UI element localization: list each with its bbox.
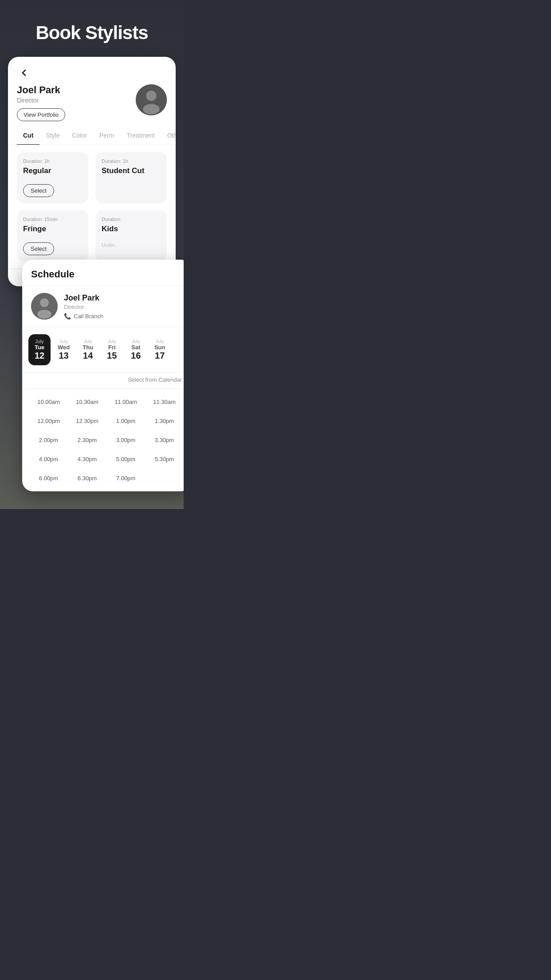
- date-daynum-5: 17: [155, 351, 165, 361]
- service-kids-name: Kids: [102, 225, 161, 233]
- date-dayname-0: Tue: [35, 344, 44, 351]
- select-regular-button[interactable]: Select: [23, 184, 54, 197]
- service-tabs: Cut Style Color Perm Treatment Others: [8, 126, 176, 145]
- select-calendar[interactable]: Select from Calendar: [22, 373, 184, 389]
- stylist-role: Director: [17, 97, 65, 104]
- time-slot[interactable]: 4.00pm: [31, 453, 66, 465]
- service-kids-note: Under...: [102, 242, 161, 248]
- page-background: Book Stylists Joel Park Director View Po…: [0, 0, 184, 509]
- time-slot[interactable]: 1.00pm: [108, 415, 143, 427]
- schedule-stylist-row: Joel Park Director 📞 Call Branch: [22, 286, 184, 327]
- service-student-duration: Duration: 1h: [102, 158, 161, 164]
- time-slot[interactable]: 11.30am: [147, 396, 182, 408]
- service-fringe: Duration: 15min Fringe Select: [17, 210, 88, 261]
- service-kids: Duration: Kids Under...: [95, 210, 167, 261]
- service-regular-name: Regular: [23, 166, 82, 175]
- svg-point-4: [40, 298, 49, 307]
- time-slot[interactable]: 12.30pm: [70, 415, 105, 427]
- date-sat-16[interactable]: July Sat 16: [125, 334, 147, 365]
- service-regular: Duration: 1h Regular Select: [17, 152, 88, 203]
- date-dayname-4: Sat: [131, 344, 140, 351]
- page-title: Book Stylists: [0, 0, 184, 57]
- back-button[interactable]: [17, 66, 31, 80]
- services-row-1: Duration: 1h Regular Select Duration: 1h…: [8, 145, 176, 210]
- time-slot[interactable]: 5.30pm: [147, 453, 182, 465]
- time-slot[interactable]: 10.00am: [31, 396, 66, 408]
- call-branch-label: Call Branch: [74, 313, 103, 320]
- schedule-title: Schedule: [22, 260, 184, 286]
- date-fri-15[interactable]: July Fri 15: [101, 334, 123, 365]
- svg-point-5: [37, 310, 51, 319]
- time-grid: 10.00am10.30am11.00am11.30am12.00pm12.30…: [22, 389, 184, 491]
- date-daynum-0: 12: [35, 351, 44, 361]
- stylist-name: Joel Park: [17, 84, 65, 96]
- stylist-info: Joel Park Director View Portfolio: [17, 84, 65, 121]
- service-kids-duration: Duration:: [102, 217, 161, 222]
- stylist-header: Joel Park Director View Portfolio: [17, 84, 167, 121]
- date-daynum-2: 14: [83, 351, 93, 361]
- select-calendar-label: Select from Calendar: [128, 376, 182, 383]
- tab-others[interactable]: Others: [161, 126, 176, 145]
- schedule-stylist-role: Director: [64, 304, 103, 310]
- date-month-0: July: [35, 339, 44, 344]
- service-fringe-name: Fringe: [23, 225, 82, 233]
- time-slot[interactable]: 3.30pm: [147, 434, 182, 446]
- schedule-stylist-info: Joel Park Director 📞 Call Branch: [64, 293, 103, 320]
- svg-point-2: [143, 104, 159, 114]
- date-wed-13[interactable]: July Wed 13: [52, 334, 75, 365]
- tab-color[interactable]: Color: [66, 126, 93, 145]
- stylist-avatar: [136, 84, 167, 115]
- time-slot[interactable]: 1.30pm: [147, 415, 182, 427]
- tab-treatment[interactable]: Treatment: [120, 126, 161, 145]
- call-branch[interactable]: 📞 Call Branch: [64, 313, 103, 320]
- date-thu-14[interactable]: July Thu 14: [77, 334, 99, 365]
- service-student-name: Student Cut: [102, 166, 161, 175]
- date-daynum-1: 13: [59, 351, 68, 361]
- time-slot[interactable]: 6.30pm: [70, 472, 105, 484]
- date-selector: July Tue 12 July Wed 13 July Thu 14 July…: [22, 327, 184, 373]
- date-tue-12[interactable]: July Tue 12: [28, 334, 51, 365]
- date-daynum-4: 16: [131, 351, 141, 361]
- time-slot[interactable]: 10.30am: [70, 396, 105, 408]
- date-dayname-3: Fri: [108, 344, 116, 351]
- tab-style[interactable]: Style: [39, 126, 66, 145]
- service-fringe-duration: Duration: 15min: [23, 217, 82, 222]
- tab-perm[interactable]: Perm: [93, 126, 120, 145]
- date-month-4: July: [131, 339, 140, 344]
- phone-icon: 📞: [64, 313, 71, 320]
- time-slot[interactable]: 12.00pm: [31, 415, 66, 427]
- time-slot[interactable]: 7.00pm: [108, 472, 143, 484]
- date-month-5: July: [155, 339, 164, 344]
- select-fringe-button[interactable]: Select: [23, 242, 54, 255]
- service-student-cut: Duration: 1h Student Cut: [95, 152, 167, 203]
- time-slot[interactable]: 3.00pm: [108, 434, 143, 446]
- date-month-2: July: [83, 339, 92, 344]
- time-slot[interactable]: 11.00am: [108, 396, 143, 408]
- date-daynum-3: 15: [107, 351, 117, 361]
- date-dayname-5: Sun: [154, 344, 165, 351]
- stylist-card: Joel Park Director View Portfolio Cut St…: [8, 57, 176, 286]
- date-sun-17[interactable]: July Sun 17: [149, 334, 171, 365]
- schedule-avatar: [31, 293, 58, 320]
- schedule-card: Schedule Joel Park Director 📞 Call Branc…: [22, 260, 184, 491]
- service-regular-duration: Duration: 1h: [23, 158, 82, 164]
- schedule-stylist-name: Joel Park: [64, 293, 103, 303]
- time-slot[interactable]: 2.00pm: [31, 434, 66, 446]
- time-slot[interactable]: 2.30pm: [70, 434, 105, 446]
- date-month-1: July: [59, 339, 68, 344]
- time-slot[interactable]: 4.30pm: [70, 453, 105, 465]
- tab-cut[interactable]: Cut: [17, 126, 39, 145]
- svg-point-1: [146, 91, 156, 101]
- date-month-3: July: [107, 339, 116, 344]
- time-slot[interactable]: 5.00pm: [108, 453, 143, 465]
- date-dayname-1: Wed: [58, 344, 70, 351]
- date-dayname-2: Thu: [83, 344, 93, 351]
- view-portfolio-button[interactable]: View Portfolio: [17, 108, 65, 121]
- time-slot[interactable]: 6.00pm: [31, 472, 66, 484]
